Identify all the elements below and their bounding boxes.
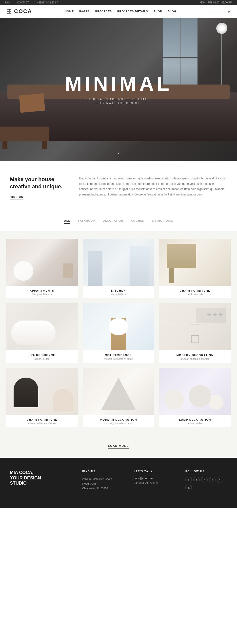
footer-pinterest-icon[interactable]: p xyxy=(201,477,208,483)
project-card[interactable]: KITCHEN minsk, belarus xyxy=(83,239,154,298)
load-more-button[interactable]: LOAD MORE xyxy=(108,444,129,448)
scroll-down-arrow[interactable]: ⌄ xyxy=(117,150,120,155)
project-location: perth, australia xyxy=(159,293,231,296)
site-footer: MIA COCA,YOUR DESIGNSTUDIO FIND US 2451 … xyxy=(0,458,237,508)
footer-linkedin-icon[interactable]: in xyxy=(185,484,192,491)
project-info: CHAIR FURNITURE muscat, sultanate of oma… xyxy=(6,415,78,427)
filter-kitchen[interactable]: KITCHEN xyxy=(131,219,144,224)
intro-section: Make your house creative and unique. HIR… xyxy=(0,161,237,214)
project-title: CHAIR FURNITURE xyxy=(6,418,78,421)
footer-twitter-icon[interactable]: t xyxy=(193,477,200,483)
header-social: f t i p xyxy=(209,10,231,13)
project-card[interactable]: ✦✦✦ MODERN DECORATION muscat, sultanate … xyxy=(159,303,231,363)
lamp-ball xyxy=(209,395,224,410)
project-image-kitchen xyxy=(83,239,154,286)
project-card[interactable]: LAMP DECORATION aqaba, jordan xyxy=(159,368,231,427)
instagram-icon[interactable]: i xyxy=(221,10,225,13)
project-image-appartments xyxy=(6,239,78,286)
project-title: LAMP DECORATION xyxy=(159,418,231,421)
twitter-icon[interactable]: t xyxy=(215,10,219,13)
nav-projects-details[interactable]: PROJECTS DETAILS xyxy=(117,10,148,13)
project-info: CHAIR FURNITURE perth, australia xyxy=(159,286,231,298)
project-card[interactable]: SPA RESIDENCE aqaba, jordan xyxy=(6,303,78,363)
project-location: fitzroy north house xyxy=(6,293,78,296)
project-card[interactable]: CHAIR FURNITURE perth, australia xyxy=(159,239,231,298)
hero-title: MINIMAL xyxy=(65,74,172,94)
footer-email[interactable]: coca@info.com xyxy=(134,477,176,480)
intro-left: Make your house creative and unique. HIR… xyxy=(10,176,64,200)
svg-rect-0 xyxy=(7,10,9,11)
project-info: MODERN DECORATION muscat, sultanate of o… xyxy=(159,350,231,363)
project-location: muscat, sultanate of oman xyxy=(159,358,231,360)
footer-googleplus-icon[interactable]: g+ xyxy=(217,477,224,483)
footer-facebook-icon[interactable]: f xyxy=(185,477,192,483)
svg-rect-3 xyxy=(9,12,11,13)
project-title: CHAIR FURNITURE xyxy=(159,289,231,292)
project-info: KITCHEN minsk, belarus xyxy=(83,286,154,298)
footer-grid: MIA COCA,YOUR DESIGNSTUDIO FIND US 2451 … xyxy=(10,470,227,491)
nav-blog[interactable]: BLOG xyxy=(168,10,177,13)
project-location: muscat, sultanate of oman xyxy=(6,422,78,425)
nav-projects[interactable]: PROJECTS xyxy=(95,10,112,13)
hero-pillow-decor xyxy=(19,94,45,113)
filter-decoration[interactable]: DECORATION xyxy=(103,219,123,224)
footer-brand-col: MIA COCA,YOUR DESIGNSTUDIO xyxy=(10,470,72,491)
hire-us-link[interactable]: HIRE US xyxy=(10,196,23,200)
intro-body-text: Erat volutpat. Ut wisi enim ad minim ven… xyxy=(79,176,227,197)
nav-shop[interactable]: SHOP xyxy=(154,10,162,13)
svg-rect-1 xyxy=(9,10,11,11)
top-bar-left: FAQ | CONTACT +3802 40 33 22 87 xyxy=(5,1,60,4)
footer-find-us-col: FIND US 2451 N. McMullen BoothRoad, #256… xyxy=(82,470,124,491)
project-location: muscat, sultanate of oman xyxy=(83,422,154,425)
footer-find-us-title: FIND US xyxy=(82,470,124,473)
hero-content: MINIMAL THE DETAILS ARE NOT THE DETAILS.… xyxy=(65,74,172,105)
hero-table-decor xyxy=(0,126,49,141)
footer-follow-us-title: FOLLOW US xyxy=(185,470,227,473)
main-nav: HOME PAGES PROJECTS PROJECTS DETAILS SHO… xyxy=(65,10,177,13)
faq-link[interactable]: FAQ xyxy=(5,1,10,4)
facebook-icon[interactable]: f xyxy=(209,10,213,13)
footer-address: 2451 N. McMullen BoothRoad, #256Clearwat… xyxy=(82,477,124,490)
project-title: MODERN DECORATION xyxy=(159,354,231,356)
project-image-spa2 xyxy=(83,303,154,350)
pinterest-icon[interactable]: p xyxy=(227,10,231,13)
project-image-modern-deco2 xyxy=(83,368,154,415)
filter-all[interactable]: ALL xyxy=(64,219,70,224)
project-title: APPARTMENTS xyxy=(6,289,78,292)
filter-section: ALL BATHROOM DECORATION KITCHEN LIVING R… xyxy=(0,214,237,231)
logo-icon xyxy=(6,8,12,14)
nav-home[interactable]: HOME xyxy=(65,10,74,13)
project-card[interactable]: MODERN DECORATION muscat, sultanate of o… xyxy=(83,368,154,427)
top-bar-hours: MON - FRI: 08:00 - 05:00 PM xyxy=(200,1,232,4)
footer-lets-talk-title: LET'S TALK xyxy=(134,470,176,473)
hero-lamp-decor xyxy=(221,23,222,92)
contact-link[interactable]: | CONTACT xyxy=(13,1,31,4)
project-card[interactable]: CHAIR FURNITURE muscat, sultanate of oma… xyxy=(6,368,78,427)
footer-social-icons: f t p p g+ in xyxy=(185,477,227,491)
svg-rect-2 xyxy=(7,12,9,13)
project-info: LAMP DECORATION aqaba, jordan xyxy=(159,415,231,427)
footer-pinterest2-icon[interactable]: p xyxy=(209,477,216,483)
projects-grid: APPARTMENTS fitzroy north house KITCHEN … xyxy=(6,239,231,427)
filter-living-room[interactable]: LIVING ROOM xyxy=(152,219,173,224)
project-card[interactable]: APPARTMENTS fitzroy north house xyxy=(6,239,78,298)
project-location: aqaba, jordan xyxy=(159,422,231,425)
phone-number: +3802 40 33 22 87 xyxy=(34,1,58,4)
nav-pages[interactable]: PAGES xyxy=(79,10,90,13)
site-header: COCA HOME PAGES PROJECTS PROJECTS DETAIL… xyxy=(0,5,237,18)
filter-bathroom[interactable]: BATHROOM xyxy=(77,219,95,224)
project-info: SPA RESIDENCE muscat, sultanate of oman xyxy=(83,350,154,363)
project-card[interactable]: SPA RESIDENCE muscat, sultanate of oman xyxy=(83,303,154,363)
project-location: minsk, belarus xyxy=(83,293,154,296)
projects-section: APPARTMENTS fitzroy north house KITCHEN … xyxy=(0,231,237,435)
intro-right: Erat volutpat. Ut wisi enim ad minim ven… xyxy=(79,176,227,197)
logo-text: COCA xyxy=(14,8,32,14)
hero-section: MINIMAL THE DETAILS ARE NOT THE DETAILS.… xyxy=(0,18,237,161)
project-info: MODERN DECORATION muscat, sultanate of o… xyxy=(83,415,154,427)
project-title: SPA RESIDENCE xyxy=(6,354,78,356)
logo[interactable]: COCA xyxy=(6,8,32,14)
footer-lets-talk-col: LET'S TALK coca@info.com +45 (0)4 79 25 … xyxy=(134,470,176,491)
project-location: aqaba, jordan xyxy=(6,358,78,360)
footer-brand-name: MIA COCA,YOUR DESIGNSTUDIO xyxy=(10,470,72,486)
project-image-spa1 xyxy=(6,303,78,350)
